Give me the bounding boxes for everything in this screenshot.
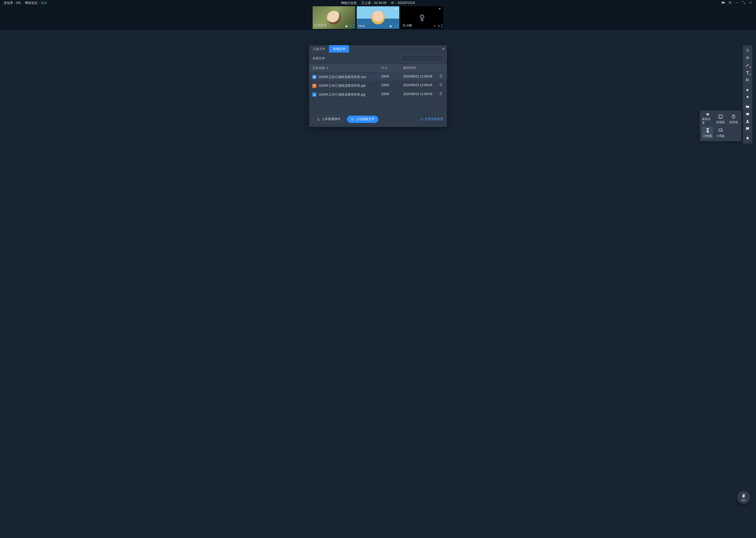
move-tool-icon[interactable]: [744, 54, 751, 62]
col-mtime[interactable]: 修改时间: [400, 64, 436, 72]
hand-raise-count: 0/2: [741, 499, 745, 502]
search-input-wrapper: [401, 55, 444, 62]
svg-text:✗: ✗: [721, 117, 722, 118]
close-participant-icon[interactable]: ×: [395, 7, 398, 11]
tool-popup-panel: 屏幕共享 A✓B✗ 答题器 抢答器 计时器 2+3 小黑板: [700, 110, 741, 141]
document-icon: [317, 118, 320, 121]
search-input[interactable]: [404, 56, 444, 60]
close-window-icon[interactable]: [749, 1, 752, 5]
file-type-icon: W: [312, 75, 316, 79]
participant-tile[interactable]: 叮当老师: [313, 6, 355, 29]
supported-types-link[interactable]: 文件支持类型: [420, 117, 443, 121]
file-name: 2019年工作汇报情况查询等等.ppt: [319, 83, 366, 88]
svg-point-30: [748, 128, 748, 129]
participant-name: 叮当老师: [314, 24, 327, 28]
volume-meter-icon: [398, 24, 398, 28]
participant-name: Nina: [358, 24, 365, 28]
col-size[interactable]: 大小: [378, 64, 400, 72]
buzzer-tool[interactable]: 抢答器: [728, 113, 739, 125]
file-mtime: 2020/06/23 12:09:09: [400, 81, 436, 90]
color-badge: [749, 67, 751, 68]
chat-icon[interactable]: [744, 125, 751, 133]
svg-point-6: [346, 26, 347, 27]
col-name[interactable]: 文件名称 ▾: [309, 64, 378, 72]
mic-icon: [393, 25, 397, 28]
screen-share-tool[interactable]: 屏幕共享: [702, 113, 713, 125]
toolbox-icon[interactable]: [744, 110, 751, 118]
scissors-icon[interactable]: [744, 76, 751, 83]
file-dialog: 云盘文件 本地文件 ✕ 全部文件 文件名称 ▾ 大小 修改时间 W2019年工作…: [309, 45, 447, 127]
svg-text:2+3: 2+3: [720, 129, 722, 131]
participant-indicators: [345, 24, 354, 28]
file-size: 200M: [378, 89, 400, 98]
file-type-icon: ▲: [312, 92, 316, 97]
camera-toggle-icon[interactable]: [721, 1, 725, 5]
session-id: ID：2020070324: [391, 1, 415, 5]
file-size: 200M: [378, 72, 400, 81]
mic-muted-icon: [433, 25, 436, 28]
svg-point-21: [747, 50, 748, 51]
network-status-label: 网络状态：良好: [25, 1, 47, 5]
file-name: 2019年工作汇报情况查询等等.jpg: [319, 92, 365, 97]
close-participant-icon[interactable]: ×: [439, 7, 442, 11]
upload-dynamic-button[interactable]: 上传动效文件: [347, 116, 379, 123]
file-row[interactable]: ▲2019年工作汇报情况查询等等.jpg 200M 2020/06/23 12:…: [309, 89, 447, 98]
breadcrumb[interactable]: 全部文件: [312, 56, 325, 61]
file-mtime: 2020/06/23 12:09:09: [400, 89, 436, 98]
hand-raise-badge[interactable]: 0/2: [737, 491, 750, 504]
participant-indicators: [433, 24, 442, 28]
recording-icon: [345, 25, 348, 28]
svg-rect-26: [747, 113, 748, 114]
svg-point-24: [747, 96, 749, 98]
participant-tile[interactable]: × Nina: [357, 6, 399, 29]
timer-tool[interactable]: 计时器: [702, 127, 713, 139]
svg-point-2: [730, 2, 731, 3]
svg-rect-12: [421, 19, 424, 21]
recording-icon: [389, 25, 392, 28]
delete-file-icon[interactable]: [436, 81, 447, 89]
answer-board-tool[interactable]: A✓B✗ 答题器: [715, 113, 726, 125]
file-mtime: 2020/06/23 12:09:09: [400, 72, 436, 81]
elapsed-label: 已上课：02:34:09: [361, 1, 386, 5]
bell-icon[interactable]: [744, 135, 751, 142]
participants-strip: 叮当老师 × Nina × 王小明: [0, 6, 756, 30]
laser-pointer-icon[interactable]: [744, 47, 751, 54]
mic-icon: [437, 25, 441, 28]
dialog-close-icon[interactable]: ✕: [440, 47, 447, 51]
top-bar: 丢包率：0% 网络状态：良好 神秘大自然 已上课：02:34:09 ID：202…: [0, 0, 756, 6]
expand-icon[interactable]: [742, 1, 745, 5]
volume-meter-icon: [442, 24, 442, 28]
tab-cloud-files[interactable]: 云盘文件: [309, 45, 329, 53]
minimize-icon[interactable]: [735, 1, 739, 5]
settings-icon[interactable]: [728, 1, 732, 5]
text-tool-icon[interactable]: [744, 69, 751, 76]
right-toolbar: [743, 45, 752, 144]
svg-rect-33: [707, 115, 708, 116]
file-type-icon: P: [312, 84, 316, 88]
svg-point-28: [747, 128, 747, 129]
svg-point-27: [747, 120, 748, 121]
delete-file-icon[interactable]: [436, 72, 447, 80]
svg-marker-17: [352, 119, 353, 120]
color-badge: [749, 74, 751, 75]
svg-rect-0: [722, 2, 724, 3]
pen-tool-icon[interactable]: [744, 62, 751, 69]
mic-icon: [349, 25, 352, 28]
eraser-icon[interactable]: [744, 86, 751, 93]
file-name: 2019年工作汇报情况查询等等.doc: [319, 75, 366, 79]
file-row[interactable]: W2019年工作汇报情况查询等等.doc 200M 2020/06/23 12:…: [309, 72, 447, 81]
loss-label: 丢包率：0%: [4, 1, 21, 5]
file-row[interactable]: P2019年工作汇报情况查询等等.ppt 200M 2020/06/23 12:…: [309, 81, 447, 90]
svg-text:A: A: [720, 115, 721, 117]
participant-tile[interactable]: × 王小明: [401, 6, 443, 29]
upload-plain-button[interactable]: 上传普通课件: [313, 116, 344, 123]
participants-list-icon[interactable]: [744, 118, 751, 125]
mini-board-tool[interactable]: 2+3 小黑板: [715, 127, 726, 139]
file-dialog-tabs: 云盘文件 本地文件 ✕: [309, 45, 447, 53]
circle-shape-icon[interactable]: [744, 93, 751, 101]
tab-local-files[interactable]: 本地文件: [329, 45, 349, 53]
svg-point-11: [421, 16, 423, 18]
folder-icon[interactable]: [744, 103, 751, 110]
volume-meter-icon: [353, 24, 354, 28]
delete-file-icon[interactable]: [436, 89, 447, 97]
